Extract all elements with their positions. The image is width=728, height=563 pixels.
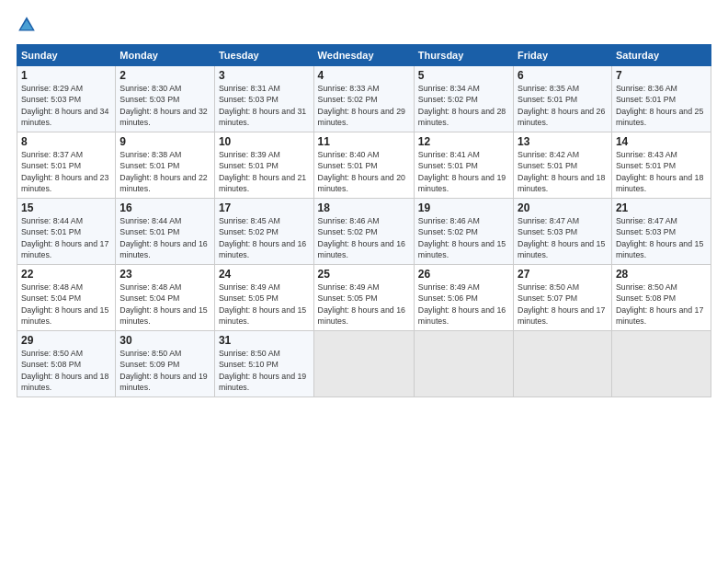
page: SundayMondayTuesdayWednesdayThursdayFrid…	[0, 0, 728, 407]
day-number: 17	[219, 201, 310, 214]
day-number: 8	[21, 135, 111, 148]
day-number: 12	[418, 135, 509, 148]
cell-w2-d6: 13Sunrise: 8:42 AMSunset: 5:01 PMDayligh…	[514, 132, 612, 199]
day-number: 20	[518, 201, 608, 214]
day-number: 7	[616, 69, 707, 82]
cell-w2-d4: 11Sunrise: 8:40 AMSunset: 5:01 PMDayligh…	[313, 132, 414, 199]
day-number: 15	[21, 201, 111, 214]
day-info: Sunrise: 8:30 AMSunset: 5:03 PMDaylight:…	[119, 84, 207, 127]
cell-w3-d3: 17Sunrise: 8:45 AMSunset: 5:02 PMDayligh…	[214, 199, 313, 265]
day-number: 31	[219, 334, 310, 347]
cell-w2-d3: 10Sunrise: 8:39 AMSunset: 5:01 PMDayligh…	[214, 132, 313, 199]
day-info: Sunrise: 8:37 AMSunset: 5:01 PMDaylight:…	[21, 150, 108, 193]
day-info: Sunrise: 8:49 AMSunset: 5:05 PMDaylight:…	[318, 282, 405, 326]
day-info: Sunrise: 8:50 AMSunset: 5:09 PMDaylight:…	[119, 349, 207, 392]
day-number: 4	[318, 69, 410, 82]
day-number: 9	[119, 135, 210, 148]
week-row-2: 8Sunrise: 8:37 AMSunset: 5:01 PMDaylight…	[17, 132, 711, 199]
day-info: Sunrise: 8:41 AMSunset: 5:01 PMDaylight:…	[418, 150, 506, 193]
day-number: 6	[518, 69, 608, 82]
cell-w4-d3: 24Sunrise: 8:49 AMSunset: 5:05 PMDayligh…	[214, 265, 313, 331]
week-row-1: 1Sunrise: 8:29 AMSunset: 5:03 PMDaylight…	[17, 66, 711, 132]
day-number: 19	[418, 201, 509, 214]
day-info: Sunrise: 8:42 AMSunset: 5:01 PMDaylight:…	[518, 150, 605, 193]
day-info: Sunrise: 8:38 AMSunset: 5:01 PMDaylight:…	[119, 150, 207, 193]
day-info: Sunrise: 8:39 AMSunset: 5:01 PMDaylight:…	[219, 150, 306, 193]
calendar-body: 1Sunrise: 8:29 AMSunset: 5:03 PMDaylight…	[17, 66, 711, 397]
col-header-sunday: Sunday	[17, 45, 116, 66]
cell-w5-d6	[514, 331, 612, 397]
day-number: 3	[219, 69, 310, 82]
calendar-table: SundayMondayTuesdayWednesdayThursdayFrid…	[17, 44, 711, 397]
day-number: 22	[21, 268, 111, 281]
cell-w1-d3: 3Sunrise: 8:31 AMSunset: 5:03 PMDaylight…	[214, 66, 313, 132]
day-info: Sunrise: 8:44 AMSunset: 5:01 PMDaylight:…	[21, 216, 108, 259]
calendar-header-row: SundayMondayTuesdayWednesdayThursdayFrid…	[17, 45, 711, 66]
logo	[17, 15, 40, 35]
day-info: Sunrise: 8:35 AMSunset: 5:01 PMDaylight:…	[518, 84, 605, 127]
cell-w5-d1: 29Sunrise: 8:50 AMSunset: 5:08 PMDayligh…	[17, 331, 116, 397]
col-header-saturday: Saturday	[611, 45, 711, 66]
day-info: Sunrise: 8:29 AMSunset: 5:03 PMDaylight:…	[21, 84, 108, 127]
week-row-4: 22Sunrise: 8:48 AMSunset: 5:04 PMDayligh…	[17, 265, 711, 331]
day-info: Sunrise: 8:33 AMSunset: 5:02 PMDaylight:…	[318, 84, 405, 127]
day-info: Sunrise: 8:50 AMSunset: 5:08 PMDaylight:…	[21, 349, 108, 392]
cell-w3-d4: 18Sunrise: 8:46 AMSunset: 5:02 PMDayligh…	[313, 199, 414, 265]
day-number: 29	[21, 334, 111, 347]
day-info: Sunrise: 8:40 AMSunset: 5:01 PMDaylight:…	[318, 150, 405, 193]
day-number: 28	[616, 268, 707, 281]
cell-w1-d4: 4Sunrise: 8:33 AMSunset: 5:02 PMDaylight…	[313, 66, 414, 132]
day-info: Sunrise: 8:43 AMSunset: 5:01 PMDaylight:…	[616, 150, 703, 193]
col-header-tuesday: Tuesday	[214, 45, 313, 66]
cell-w5-d3: 31Sunrise: 8:50 AMSunset: 5:10 PMDayligh…	[214, 331, 313, 397]
cell-w2-d7: 14Sunrise: 8:43 AMSunset: 5:01 PMDayligh…	[611, 132, 711, 199]
header	[17, 15, 711, 35]
cell-w2-d5: 12Sunrise: 8:41 AMSunset: 5:01 PMDayligh…	[414, 132, 513, 199]
day-number: 27	[518, 268, 608, 281]
day-info: Sunrise: 8:50 AMSunset: 5:10 PMDaylight:…	[219, 349, 306, 392]
cell-w4-d6: 27Sunrise: 8:50 AMSunset: 5:07 PMDayligh…	[514, 265, 612, 331]
cell-w4-d4: 25Sunrise: 8:49 AMSunset: 5:05 PMDayligh…	[313, 265, 414, 331]
col-header-wednesday: Wednesday	[313, 45, 414, 66]
day-number: 30	[119, 334, 210, 347]
day-number: 18	[318, 201, 410, 214]
col-header-friday: Friday	[514, 45, 612, 66]
day-info: Sunrise: 8:47 AMSunset: 5:03 PMDaylight:…	[518, 216, 605, 259]
day-info: Sunrise: 8:48 AMSunset: 5:04 PMDaylight:…	[119, 282, 207, 326]
col-header-thursday: Thursday	[414, 45, 513, 66]
day-number: 23	[119, 268, 210, 281]
day-info: Sunrise: 8:34 AMSunset: 5:02 PMDaylight:…	[418, 84, 506, 127]
day-info: Sunrise: 8:46 AMSunset: 5:02 PMDaylight:…	[418, 216, 506, 259]
cell-w3-d1: 15Sunrise: 8:44 AMSunset: 5:01 PMDayligh…	[17, 199, 116, 265]
day-number: 5	[418, 69, 509, 82]
cell-w5-d2: 30Sunrise: 8:50 AMSunset: 5:09 PMDayligh…	[116, 331, 215, 397]
day-number: 16	[119, 201, 210, 214]
cell-w3-d2: 16Sunrise: 8:44 AMSunset: 5:01 PMDayligh…	[116, 199, 215, 265]
cell-w2-d1: 8Sunrise: 8:37 AMSunset: 5:01 PMDaylight…	[17, 132, 116, 199]
day-info: Sunrise: 8:50 AMSunset: 5:08 PMDaylight:…	[616, 282, 703, 326]
day-info: Sunrise: 8:45 AMSunset: 5:02 PMDaylight:…	[219, 216, 306, 259]
day-number: 26	[418, 268, 509, 281]
cell-w3-d7: 21Sunrise: 8:47 AMSunset: 5:03 PMDayligh…	[611, 199, 711, 265]
cell-w5-d4	[313, 331, 414, 397]
day-number: 21	[616, 201, 707, 214]
cell-w1-d6: 6Sunrise: 8:35 AMSunset: 5:01 PMDaylight…	[514, 66, 612, 132]
day-info: Sunrise: 8:44 AMSunset: 5:01 PMDaylight:…	[119, 216, 207, 259]
day-number: 13	[518, 135, 608, 148]
week-row-3: 15Sunrise: 8:44 AMSunset: 5:01 PMDayligh…	[17, 199, 711, 265]
cell-w1-d1: 1Sunrise: 8:29 AMSunset: 5:03 PMDaylight…	[17, 66, 116, 132]
cell-w1-d2: 2Sunrise: 8:30 AMSunset: 5:03 PMDaylight…	[116, 66, 215, 132]
day-number: 25	[318, 268, 410, 281]
cell-w4-d2: 23Sunrise: 8:48 AMSunset: 5:04 PMDayligh…	[116, 265, 215, 331]
day-info: Sunrise: 8:47 AMSunset: 5:03 PMDaylight:…	[616, 216, 703, 259]
cell-w4-d5: 26Sunrise: 8:49 AMSunset: 5:06 PMDayligh…	[414, 265, 513, 331]
cell-w1-d5: 5Sunrise: 8:34 AMSunset: 5:02 PMDaylight…	[414, 66, 513, 132]
day-number: 10	[219, 135, 310, 148]
day-number: 11	[318, 135, 410, 148]
cell-w3-d6: 20Sunrise: 8:47 AMSunset: 5:03 PMDayligh…	[514, 199, 612, 265]
cell-w5-d5	[414, 331, 513, 397]
day-info: Sunrise: 8:49 AMSunset: 5:06 PMDaylight:…	[418, 282, 506, 326]
day-number: 24	[219, 268, 310, 281]
day-number: 14	[616, 135, 707, 148]
cell-w4-d7: 28Sunrise: 8:50 AMSunset: 5:08 PMDayligh…	[611, 265, 711, 331]
